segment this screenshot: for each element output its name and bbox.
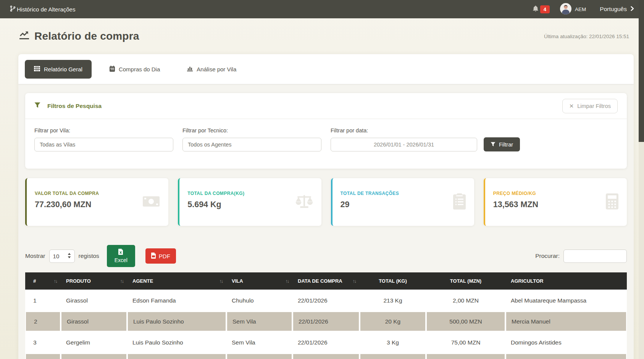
sort-icon: ↑↓ xyxy=(286,279,289,284)
search-input[interactable] xyxy=(563,250,627,263)
balance-scale-icon xyxy=(295,194,313,210)
brand-label: Histórico de Alterações xyxy=(17,6,75,13)
excel-file-icon xyxy=(118,249,123,256)
chart-line-icon xyxy=(19,30,29,42)
funnel-icon xyxy=(34,102,40,109)
user-menu[interactable]: AEM xyxy=(560,3,586,16)
column-header-produto[interactable]: PRODUTO↑↓ xyxy=(61,272,127,290)
notification-badge: 4 xyxy=(540,5,550,13)
stat-transacoes: TOTAL DE TRANSAÇÕES 29 xyxy=(331,178,474,226)
column-header-vila[interactable]: VILA↑↓ xyxy=(226,272,292,290)
table-header-row: #↑↓ PRODUTO↑↓ AGENTE↑↓ VILA↑↓ DATA DE CO… xyxy=(25,272,627,290)
show-label: Mostrar xyxy=(25,253,45,259)
filter-field-vila: Filtrar por Vila: xyxy=(34,127,173,151)
filter-card: Filtros de Pesquisa ✕ Limpar Filtros Fil… xyxy=(25,93,627,169)
sort-icon: ↑↓ xyxy=(54,279,57,284)
avatar xyxy=(560,3,571,16)
purchases-table: #↑↓ PRODUTO↑↓ AGENTE↑↓ VILA↑↓ DATA DE CO… xyxy=(25,272,627,359)
money-bill-icon xyxy=(142,195,160,209)
filter-field-tecnico: Filtrar por Tecnico: xyxy=(182,127,321,151)
scrollbar-thumb[interactable] xyxy=(639,0,644,142)
search-label: Procurar: xyxy=(535,253,560,259)
language-selector[interactable]: Português xyxy=(600,6,634,13)
tab-compras-do-dia[interactable]: Compras do Dia xyxy=(100,60,169,79)
bar-chart-icon xyxy=(187,66,193,72)
tab-analise-por-vila[interactable]: Análise por Vila xyxy=(178,60,245,79)
clear-filters-button[interactable]: ✕ Limpar Filtros xyxy=(562,99,618,113)
tecnico-select[interactable] xyxy=(182,138,321,151)
sort-icon: ↑↓ xyxy=(220,279,223,284)
last-update: Última atualização: 22/01/2026 15:51 xyxy=(544,34,629,39)
clipboard-list-icon xyxy=(453,193,466,211)
filtrar-button[interactable]: Filtrar xyxy=(484,137,520,151)
top-navbar: Histórico de Alterações 4 AEM Português xyxy=(0,0,644,18)
code-branch-icon xyxy=(10,5,16,13)
main-panel: Relatório Geral Compras do Dia Análise p… xyxy=(18,54,634,359)
date-range-input[interactable] xyxy=(331,138,477,151)
column-header-agricultor[interactable]: AGRICULTOR xyxy=(505,272,627,290)
language-label: Português xyxy=(600,6,627,13)
page-size-select[interactable]: 10 xyxy=(49,250,75,263)
page-scrollbar[interactable] xyxy=(639,0,644,359)
stat-preco-medio: PREÇO MÉDIO/KG 13,563 MZN xyxy=(484,178,627,226)
tab-relatorio-geral[interactable]: Relatório Geral xyxy=(25,60,92,79)
filter-title: Filtros de Pesquisa xyxy=(47,103,102,109)
table-icon xyxy=(34,66,40,72)
tab-content: Filtros de Pesquisa ✕ Limpar Filtros Fil… xyxy=(18,84,634,359)
bell-icon xyxy=(532,5,539,14)
pdf-export-button[interactable]: PDF xyxy=(145,248,176,264)
column-header-data-de-compra[interactable]: DATA DE COMPRA↑↓ xyxy=(292,272,360,290)
notifications-button[interactable]: 4 xyxy=(532,5,550,14)
close-icon: ✕ xyxy=(569,103,574,109)
stat-valor-total: VALOR TOTAL DA COMPRA 77.230,60 MZN xyxy=(25,178,168,226)
vila-select[interactable] xyxy=(34,138,173,151)
column-header-total-kg[interactable]: TOTAL (KG) xyxy=(360,272,426,290)
calendar-icon xyxy=(110,66,115,73)
column-header-index[interactable]: #↑↓ xyxy=(25,272,61,290)
column-header-agente[interactable]: AGENTE↑↓ xyxy=(127,272,226,290)
brand[interactable]: Histórico de Alterações xyxy=(10,5,75,13)
excel-export-button[interactable]: Excel xyxy=(107,245,135,267)
tab-bar: Relatório Geral Compras do Dia Análise p… xyxy=(18,54,634,84)
funnel-icon xyxy=(491,142,496,148)
sort-icon: ↑↓ xyxy=(120,279,124,284)
chevron-right-icon xyxy=(630,6,634,13)
sort-icon: ↑↓ xyxy=(353,279,356,284)
calculator-icon xyxy=(606,193,618,211)
user-initials: AEM xyxy=(575,6,586,12)
column-header-total-mzn[interactable]: TOTAL (MZN) xyxy=(426,272,505,290)
page-title: Relatório de compra xyxy=(19,30,139,42)
select-arrows-icon xyxy=(68,253,71,259)
table-row[interactable] xyxy=(25,353,627,359)
filter-field-data: Filtrar por data: xyxy=(331,127,477,151)
table-row[interactable]: 2 Girassol Luis Paulo Sozinho Sem Vila 2… xyxy=(25,311,627,332)
records-label: registos xyxy=(79,253,99,259)
table-row[interactable]: 3 Gergelim Luis Paulo Sozinho Sem Vila 2… xyxy=(25,332,627,353)
table-row[interactable]: 1 Girassol Edson Famanda Chuhulo 22/01/2… xyxy=(25,290,627,311)
stat-total-kg: TOTAL DA COMPRA(KG) 5.694 Kg xyxy=(178,178,321,226)
pdf-file-icon xyxy=(151,253,156,260)
